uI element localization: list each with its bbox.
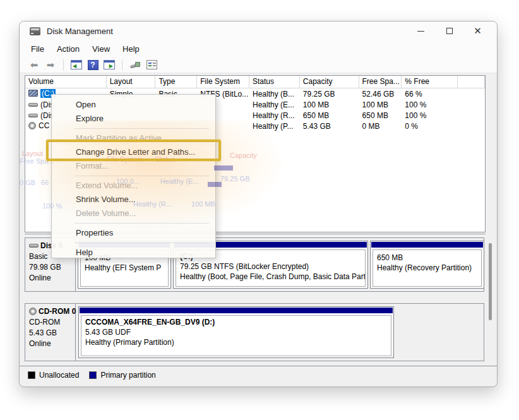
menu-item-help[interactable]: Help <box>52 246 215 260</box>
cell: 100 % <box>402 100 458 109</box>
forward-arrow-icon[interactable]: ➡ <box>43 58 58 72</box>
close-button[interactable]: ✕ <box>463 21 492 40</box>
menubar-item-view[interactable]: View <box>86 42 116 56</box>
legend-bar: UnallocatedPrimary partition <box>20 366 497 384</box>
volume-label: CC <box>28 121 49 130</box>
legend-swatch <box>89 371 97 379</box>
column-header-status[interactable]: Status <box>249 76 300 88</box>
column-header-layout[interactable]: Layout <box>107 76 156 88</box>
cd-icon <box>28 122 36 129</box>
partition-detail: 79.25 GB NTFS (BitLocker Encrypted) <box>180 262 361 271</box>
cell: 0 % <box>402 122 458 131</box>
disk-label[interactable]: CD-ROM 0CD-ROM5.43 GBOnline <box>25 304 76 361</box>
disk-info-line: 79.98 GB <box>29 263 73 272</box>
volume-icon <box>28 90 38 97</box>
cell: 650 MB <box>300 111 359 120</box>
disk-management-window: Disk Management ✕ FileActionViewHelp ⬅ ➡… <box>19 21 498 387</box>
volume-name: CC <box>39 121 49 130</box>
disk-row-cd-rom-0[interactable]: CD-ROM 0CD-ROM5.43 GBOnlineCCCOMA_X64FRE… <box>25 303 484 361</box>
menu-item-properties[interactable]: Properties <box>52 226 215 240</box>
cell: 52.46 GB <box>359 90 402 99</box>
column-header-file-system[interactable]: File System <box>197 76 249 88</box>
partition-detail: 650 MB <box>377 253 477 262</box>
column-header-free-spa-[interactable]: Free Spa... <box>359 76 402 88</box>
menu-separator <box>75 176 209 176</box>
legend-label: Primary partition <box>100 371 155 380</box>
partition-body: 650 MBHealthy (Recovery Partition) <box>373 249 482 287</box>
partition-detail: Healthy (Boot, Page File, Crash Dump, Ba… <box>180 272 361 281</box>
menu-separator <box>75 128 209 129</box>
volume-list-header: VolumeLayoutTypeFile SystemStatusCapacit… <box>25 76 485 88</box>
window-title: Disk Management <box>47 27 113 36</box>
disk-name: CD-ROM 0 <box>29 307 73 316</box>
app-icon <box>30 27 40 35</box>
legend-swatch <box>28 371 35 379</box>
column-header-capacity[interactable]: Capacity <box>300 76 359 88</box>
disk-info-line: Online <box>29 273 73 282</box>
menu-item-explore[interactable]: Explore <box>52 112 215 126</box>
toolbar-separator <box>63 59 64 71</box>
disk-info-line: CD-ROM <box>29 318 73 327</box>
cell: 650 MB <box>359 111 402 120</box>
cell: Healthy (B... <box>249 90 300 99</box>
column-header-type[interactable]: Type <box>155 76 197 88</box>
column-header-volume[interactable]: Volume <box>25 76 107 88</box>
cell: Healthy (R... <box>249 111 300 120</box>
menu-separator <box>75 223 209 224</box>
drive-icon <box>28 103 38 107</box>
maximize-button[interactable] <box>435 21 463 40</box>
scrollbar-thumb[interactable] <box>489 243 492 320</box>
column-header--free[interactable]: % Free <box>402 76 458 88</box>
cell: 5.43 GB <box>300 122 359 131</box>
context-menu: OpenExploreMark Partition as ActiveChang… <box>51 94 216 258</box>
partition-detail: Healthy (Primary Partition) <box>85 338 387 347</box>
drive-icon <box>28 114 38 117</box>
partition-cell[interactable]: CCCOMA_X64FRE_EN-GB_DV9 (D:)5.43 GB UDFH… <box>78 306 394 358</box>
menu-separator <box>75 243 209 243</box>
menubar-item-action[interactable]: Action <box>51 42 86 56</box>
partition-status-bar <box>80 308 393 313</box>
cell: 66 % <box>402 90 458 99</box>
toolbar: ⬅ ➡ ◀ ? ▶ <box>20 57 497 73</box>
legend-item: Unallocated <box>28 371 79 380</box>
properties-list-icon[interactable] <box>144 58 159 72</box>
menu-item-shrink-volume[interactable]: Shrink Volume... <box>52 193 215 207</box>
menu-bar: FileActionViewHelp <box>20 40 497 57</box>
toolbar-separator <box>122 59 122 71</box>
menu-item-delete-volume: Delete Volume... <box>52 207 215 220</box>
cell: 0 MB <box>359 122 402 131</box>
legend-label: Unallocated <box>39 371 79 380</box>
menu-item-open[interactable]: Open <box>52 98 215 112</box>
cell: 79.25 GB <box>300 90 359 99</box>
minimize-button[interactable] <box>407 21 435 40</box>
back-arrow-icon[interactable]: ⬅ <box>27 58 42 72</box>
cell: Healthy (E... <box>249 100 300 109</box>
menu-item-change-drive-letter-and-paths[interactable]: Change Drive Letter and Paths... <box>52 145 215 159</box>
partition-body: CCCOMA_X64FRE_EN-GB_DV9 (D:)5.43 GB UDFH… <box>81 315 391 356</box>
partition-title: CCCOMA_X64FRE_EN-GB_DV9 (D:) <box>85 318 387 327</box>
title-bar: Disk Management ✕ <box>20 21 497 40</box>
partition-detail: 5.43 GB UDF <box>85 328 387 337</box>
disk-info-line: Online <box>29 339 73 348</box>
menubar-item-file[interactable]: File <box>25 42 51 56</box>
volume-label: (Dis <box>28 100 54 109</box>
cd-icon <box>29 308 37 315</box>
partition-cell[interactable]: 650 MBHealthy (Recovery Partition) <box>370 241 484 289</box>
disk-info-line: 5.43 GB <box>29 328 73 337</box>
action-pane-icon[interactable]: ▶ <box>102 58 117 72</box>
partition-detail: Healthy (EFI System P <box>85 263 164 272</box>
cell: 100 % <box>402 111 458 120</box>
menu-item-extend-volume: Extend Volume... <box>52 179 215 193</box>
console-tree-icon[interactable]: ◀ <box>69 58 84 72</box>
menu-item-format: Format... <box>52 159 215 173</box>
help-icon[interactable]: ? <box>85 58 100 72</box>
cell: 100 MB <box>359 100 402 109</box>
drive-icon <box>29 244 39 248</box>
tool-icon[interactable] <box>128 58 143 72</box>
column-header-spacer[interactable] <box>458 76 485 88</box>
legend-item: Primary partition <box>89 371 155 380</box>
vertical-scrollbar[interactable] <box>488 239 492 328</box>
menubar-item-help[interactable]: Help <box>116 42 146 56</box>
cell: Healthy (P... <box>249 122 300 131</box>
cell: 100 MB <box>300 100 359 109</box>
